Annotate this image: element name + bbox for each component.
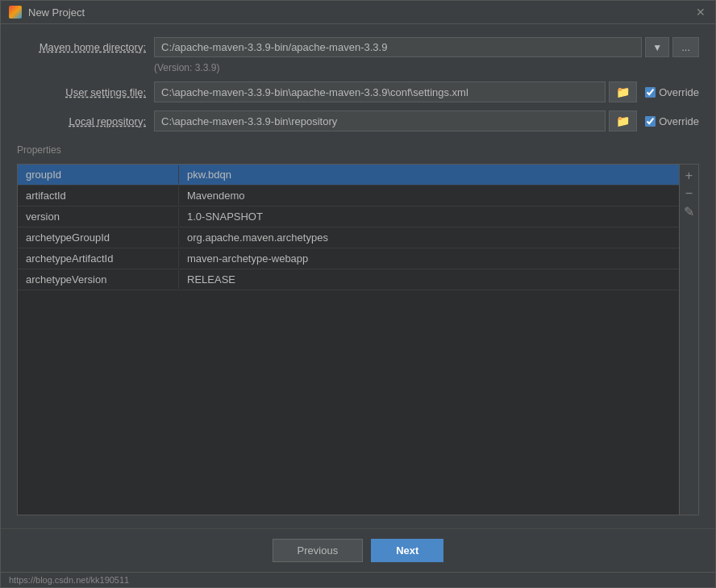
local-repo-input[interactable] bbox=[154, 111, 606, 131]
table-body: groupIdpkw.bdqnartifactIdMavendemoversio… bbox=[18, 165, 679, 515]
user-settings-browse-button[interactable]: 📁 bbox=[609, 81, 637, 102]
maven-version-text: (Version: 3.3.9) bbox=[17, 62, 699, 73]
user-settings-label: User settings file: bbox=[17, 86, 146, 98]
property-value: Mavendemo bbox=[179, 186, 679, 205]
folder-icon-2: 📁 bbox=[616, 115, 630, 127]
title-bar-left: New Project bbox=[9, 6, 85, 19]
maven-home-dropdown-button[interactable]: ▼ bbox=[645, 37, 669, 57]
local-repo-row: Local repository: 📁 Override bbox=[17, 111, 699, 131]
properties-section-label: Properties bbox=[17, 144, 699, 156]
property-value: 1.0-SNAPSHOT bbox=[179, 207, 679, 226]
maven-home-browse-button[interactable]: ... bbox=[672, 37, 699, 57]
user-settings-input[interactable] bbox=[154, 81, 606, 102]
property-value: pkw.bdqn bbox=[179, 165, 679, 184]
property-key: artifactId bbox=[18, 186, 179, 205]
user-settings-override-group: Override bbox=[645, 86, 699, 98]
property-value: maven-archetype-webapp bbox=[179, 249, 679, 268]
property-value: RELEASE bbox=[179, 270, 679, 289]
add-property-button[interactable]: + bbox=[681, 168, 697, 184]
local-repo-browse-button[interactable]: 📁 bbox=[609, 111, 637, 131]
maven-home-label: Maven home directory: bbox=[17, 41, 146, 53]
title-bar: New Project ✕ bbox=[1, 1, 715, 24]
user-settings-override-checkbox[interactable] bbox=[645, 87, 656, 98]
window-title: New Project bbox=[28, 6, 85, 19]
properties-table: groupIdpkw.bdqnartifactIdMavendemoversio… bbox=[17, 164, 699, 515]
previous-button[interactable]: Previous bbox=[273, 539, 364, 562]
table-row[interactable]: archetypeArtifactIdmaven-archetype-webap… bbox=[18, 248, 679, 269]
user-settings-input-group: 📁 bbox=[154, 81, 637, 102]
property-value: org.apache.maven.archetypes bbox=[179, 228, 679, 247]
local-repo-override-group: Override bbox=[645, 115, 699, 127]
property-key: version bbox=[18, 207, 179, 226]
maven-home-input[interactable] bbox=[154, 37, 642, 57]
local-repo-input-group: 📁 bbox=[154, 111, 637, 131]
table-row[interactable]: archetypeGroupIdorg.apache.maven.archety… bbox=[18, 227, 679, 248]
table-row[interactable]: version1.0-SNAPSHOT bbox=[18, 206, 679, 227]
folder-icon: 📁 bbox=[616, 85, 630, 98]
user-settings-override-label: Override bbox=[659, 86, 699, 98]
bottom-bar: Previous Next bbox=[1, 528, 715, 572]
app-icon bbox=[9, 6, 22, 19]
main-content: Maven home directory: ▼ ... (Version: 3.… bbox=[1, 24, 715, 528]
table-row[interactable]: artifactIdMavendemo bbox=[18, 186, 679, 206]
property-key: groupId bbox=[18, 165, 179, 184]
table-actions: + − ✎ bbox=[679, 165, 698, 515]
remove-property-button[interactable]: − bbox=[681, 186, 697, 202]
local-repo-label: Local repository: bbox=[17, 115, 146, 127]
property-key: archetypeArtifactId bbox=[18, 249, 179, 268]
local-repo-override-label: Override bbox=[659, 115, 699, 127]
edit-property-button[interactable]: ✎ bbox=[681, 203, 697, 219]
table-row[interactable]: archetypeVersionRELEASE bbox=[18, 269, 679, 290]
maven-home-row: Maven home directory: ▼ ... bbox=[17, 37, 699, 57]
local-repo-override-checkbox[interactable] bbox=[645, 116, 656, 127]
user-settings-row: User settings file: 📁 Override bbox=[17, 81, 699, 102]
next-button[interactable]: Next bbox=[371, 539, 443, 562]
table-row[interactable]: groupIdpkw.bdqn bbox=[18, 165, 679, 186]
close-button[interactable]: ✕ bbox=[694, 6, 707, 19]
maven-home-input-group: ▼ ... bbox=[154, 37, 699, 57]
new-project-window: New Project ✕ Maven home directory: ▼ ..… bbox=[0, 0, 716, 588]
property-key: archetypeVersion bbox=[18, 270, 179, 289]
property-key: archetypeGroupId bbox=[18, 228, 179, 247]
status-bar: https://blog.csdn.net/kk190511 bbox=[1, 572, 715, 587]
